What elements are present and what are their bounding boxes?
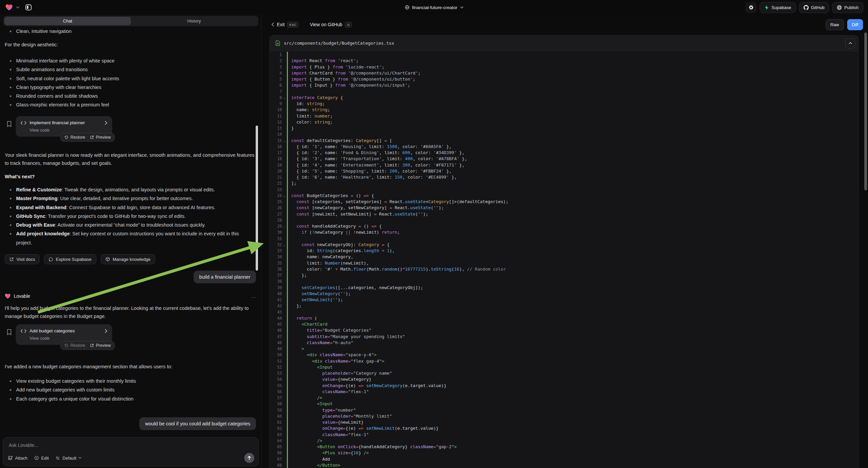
code-text: name: newCategory, bbox=[287, 254, 858, 260]
fold-gutter bbox=[282, 125, 287, 131]
edit-card-title: Implement financial planner bbox=[30, 120, 102, 125]
line-number: 48 bbox=[270, 340, 282, 346]
project-switcher[interactable]: financial-future-creator bbox=[405, 0, 463, 15]
bookmark-icon[interactable] bbox=[7, 121, 12, 127]
raw-toggle-button[interactable]: Raw bbox=[826, 19, 844, 30]
tab-history[interactable]: History bbox=[131, 17, 257, 25]
fold-gutter bbox=[282, 144, 287, 150]
code-line: 56 className="flex-1" bbox=[270, 389, 858, 395]
line-number: 47 bbox=[270, 334, 282, 340]
message-menu-button[interactable]: ... bbox=[251, 293, 256, 299]
composer-input[interactable]: Ask Lovable... bbox=[9, 442, 38, 448]
exit-button[interactable]: Exit ESC bbox=[272, 22, 298, 28]
fold-chevron-icon[interactable]: ⌄ bbox=[282, 242, 287, 248]
code-text: Add bbox=[287, 456, 858, 462]
code-line: 57 /> bbox=[270, 395, 858, 401]
settings-button[interactable] bbox=[745, 2, 756, 13]
chat-composer[interactable]: Ask Lovable... Attach Edit Default bbox=[3, 437, 259, 466]
line-number: 64 bbox=[270, 438, 282, 444]
lovable-logo-icon[interactable] bbox=[5, 4, 13, 11]
code-text: className="flex-1" bbox=[287, 432, 858, 438]
line-number: 58 bbox=[270, 401, 282, 407]
publish-button[interactable]: Publish bbox=[832, 2, 863, 13]
line-number: 30 bbox=[270, 229, 282, 235]
explore-supabase-button[interactable]: Explore Supabase bbox=[44, 254, 96, 264]
mode-selector[interactable]: Default bbox=[55, 456, 82, 461]
preview-button[interactable]: Preview bbox=[90, 135, 111, 140]
code-line: 52 <Input bbox=[270, 364, 858, 370]
fold-chevron-icon[interactable]: ⌄ bbox=[282, 193, 287, 199]
code-text: { id: '3', name: 'Transportation', limit… bbox=[287, 156, 858, 162]
design-aesthetic-heading: For the design aesthetic: bbox=[5, 42, 256, 47]
fold-gutter bbox=[282, 76, 287, 82]
fold-gutter bbox=[282, 162, 287, 168]
code-text: onChange={(e) => setNewCategory(e.target… bbox=[287, 383, 858, 389]
github-button[interactable]: GitHub bbox=[799, 2, 829, 13]
code-line: 62 onChange={(e) => setNewLimit(e.target… bbox=[270, 426, 858, 431]
g-key-badge: G bbox=[345, 22, 352, 28]
code-text: setCategories([...categories, newCategor… bbox=[287, 285, 858, 291]
code-diff-area[interactable]: 12import React from 'react';3import { Pl… bbox=[270, 51, 858, 468]
window-scrollbar[interactable] bbox=[864, 33, 867, 191]
user-message-build-planner: build a financial planner bbox=[194, 271, 256, 283]
visit-docs-button[interactable]: Visit docs bbox=[5, 254, 39, 264]
chat-scrollbar[interactable] bbox=[256, 125, 258, 271]
restore-button[interactable]: Restore bbox=[64, 135, 85, 140]
code-line: 30 if (!newCategory || !newLimit) return… bbox=[270, 229, 858, 235]
edit-mode-button[interactable]: Edit bbox=[34, 456, 49, 461]
list-item: Rounded corners and subtle shadows bbox=[5, 92, 256, 100]
exit-label: Exit bbox=[277, 22, 284, 27]
line-number: 68 bbox=[270, 462, 282, 468]
code-text: className="h-auto" bbox=[287, 340, 858, 346]
code-line: 67 Add bbox=[270, 456, 858, 462]
preview-button[interactable]: Preview bbox=[90, 343, 111, 348]
code-text: { id: '4', name: 'Entertainment', limit:… bbox=[287, 162, 858, 168]
fold-gutter bbox=[282, 426, 287, 431]
code-text: limit: Number(newLimit), bbox=[287, 260, 858, 266]
code-text bbox=[287, 131, 858, 137]
line-number: 53 bbox=[270, 370, 282, 376]
file-header[interactable]: src/components/budget/BudgetCategories.t… bbox=[270, 36, 858, 51]
diff-toggle-button[interactable]: Diff bbox=[847, 19, 863, 30]
chat-panel: Chat History Clean, intuitive navigation… bbox=[0, 15, 262, 468]
code-line: 24⌄const BudgetCategories = () => { bbox=[270, 193, 858, 199]
view-code-link[interactable]: View code bbox=[21, 127, 107, 133]
line-number: 32 bbox=[270, 242, 282, 248]
supabase-button[interactable]: Supabase bbox=[760, 2, 796, 13]
code-text: const [newCategory, setNewCategory] = Re… bbox=[287, 205, 858, 211]
code-text: import React from 'react'; bbox=[287, 58, 858, 64]
fold-gutter bbox=[282, 266, 287, 272]
attach-button[interactable]: Attach bbox=[8, 456, 28, 461]
collapse-file-button[interactable] bbox=[845, 38, 855, 48]
code-line: 6import { Input } from '@/components/ui/… bbox=[270, 82, 858, 88]
code-line: 49 > bbox=[270, 346, 858, 352]
edit-card[interactable]: Add budget categories View code Restore bbox=[16, 324, 112, 345]
line-number: 13 bbox=[270, 125, 282, 131]
view-on-github-button[interactable]: View on GitHub G bbox=[310, 22, 352, 28]
code-line: 54 value={newCategory} bbox=[270, 376, 858, 382]
sidebar-toggle-button[interactable] bbox=[23, 2, 34, 13]
top-bar: financial-future-creator Supabase bbox=[0, 0, 868, 15]
bookmark-icon[interactable] bbox=[7, 329, 12, 335]
code-panel-header: Exit ESC View on GitHub G Raw Diff bbox=[262, 15, 868, 34]
fold-chevron-icon[interactable]: ⌄ bbox=[282, 223, 287, 229]
logo-chevron-down-icon[interactable] bbox=[16, 6, 20, 9]
code-text: id: string; bbox=[287, 101, 858, 107]
view-code-link[interactable]: View code bbox=[21, 336, 107, 341]
send-button[interactable] bbox=[244, 453, 254, 463]
code-line: 4import ChartCard from '@/components/ui/… bbox=[270, 70, 858, 76]
line-number: 50 bbox=[270, 352, 282, 358]
edit-card[interactable]: Implement financial planner View code Re… bbox=[16, 116, 112, 137]
next-step-item: Master Prompting: Use clear, detailed, a… bbox=[5, 194, 256, 203]
manage-knowledge-button[interactable]: Manage knowledge bbox=[101, 254, 155, 264]
tab-chat[interactable]: Chat bbox=[4, 17, 131, 25]
fold-chevron-icon[interactable]: ⌄ bbox=[282, 138, 287, 144]
project-chevron-down-icon bbox=[460, 6, 463, 9]
fold-chevron-icon[interactable]: ⌄ bbox=[282, 95, 287, 101]
restore-button[interactable]: Restore bbox=[64, 343, 85, 348]
code-text: { id: '2', name: 'Food & Dining', limit:… bbox=[287, 150, 858, 156]
fold-gutter bbox=[282, 107, 287, 113]
fold-gutter bbox=[282, 383, 287, 389]
file-added-icon bbox=[276, 40, 280, 46]
fold-gutter bbox=[282, 187, 287, 193]
